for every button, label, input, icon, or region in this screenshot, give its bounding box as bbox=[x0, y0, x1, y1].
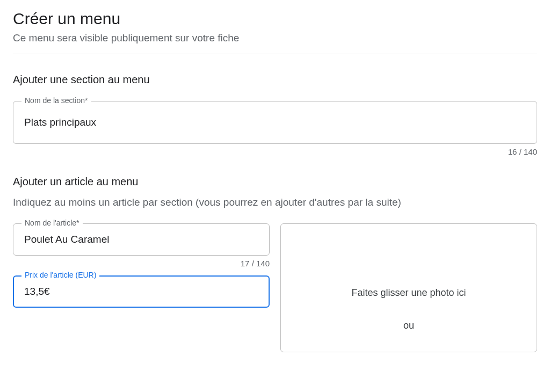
section-name-counter: 16 / 140 bbox=[13, 147, 537, 156]
add-article-heading: Ajouter un article au menu bbox=[13, 176, 537, 188]
article-name-label: Nom de l'article* bbox=[21, 219, 83, 227]
article-name-field: Nom de l'article* bbox=[13, 223, 270, 256]
section-name-label: Nom de la section* bbox=[21, 96, 91, 105]
article-price-label: Prix de l'article (EUR) bbox=[21, 271, 99, 279]
article-price-input[interactable] bbox=[13, 275, 270, 308]
divider bbox=[13, 54, 537, 54]
section-name-input[interactable] bbox=[13, 101, 537, 144]
section-name-field: Nom de la section* bbox=[13, 101, 537, 144]
article-price-field: Prix de l'article (EUR) bbox=[13, 275, 270, 308]
photo-dropzone[interactable]: Faites glisser une photo ici ou bbox=[280, 223, 537, 352]
page-title: Créer un menu bbox=[13, 10, 537, 28]
dropzone-or: ou bbox=[403, 320, 414, 331]
dropzone-prompt: Faites glisser une photo ici bbox=[351, 287, 466, 299]
add-article-helper: Indiquez au moins un article par section… bbox=[13, 197, 537, 208]
add-section-heading: Ajouter une section au menu bbox=[13, 74, 537, 86]
article-name-counter: 17 / 140 bbox=[13, 259, 270, 268]
page-subtitle: Ce menu sera visible publiquement sur vo… bbox=[13, 32, 537, 44]
article-name-input[interactable] bbox=[13, 223, 270, 256]
